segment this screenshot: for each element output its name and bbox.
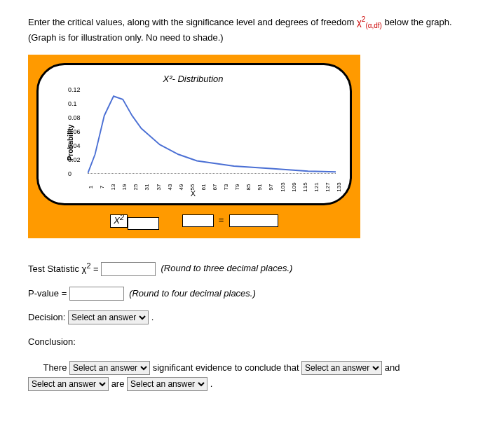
ts-label: Test Statistic χ2 =	[28, 264, 101, 274]
subject1-select[interactable]: Select an answer	[301, 361, 382, 375]
x-tick: 97	[268, 184, 274, 191]
x-tick: 49	[178, 184, 184, 191]
right-cv-box[interactable]	[229, 214, 278, 227]
y-tick: 0.04	[68, 142, 81, 149]
pvalue-input[interactable]	[69, 287, 124, 301]
graph-panel: X²- Distribution Probability 0.120.10.08…	[28, 55, 360, 238]
p-label: P-value =	[28, 288, 69, 299]
pvalue-row: P-value = (Round to four decimal places.…	[28, 287, 476, 301]
test-statistic-input[interactable]	[101, 262, 156, 276]
alpha-df-box[interactable]	[128, 217, 159, 230]
decision-row: Decision: Select an answer .	[28, 310, 476, 325]
x-tick: 43	[167, 184, 173, 191]
x-tick: 121	[313, 183, 320, 192]
x-tick: 13	[110, 184, 116, 191]
chart-area: Probability 0.120.10.080.060.040.020 171…	[67, 90, 339, 188]
x-tick: 19	[121, 184, 128, 191]
decision-label: Decision:	[28, 312, 68, 322]
prompt-before: Enter the critical values, along with th…	[28, 17, 357, 27]
chi-square-label: X2	[110, 214, 128, 228]
x-tick: 67	[212, 184, 218, 191]
y-tick: 0	[68, 170, 71, 177]
subject2-select[interactable]: Select an answer	[28, 377, 109, 391]
x-tick: 133	[336, 183, 342, 192]
x-tick: 55	[189, 184, 196, 191]
conclusion-label: Conclusion:	[28, 335, 476, 350]
chi-symbol: χ2(α,df)	[357, 17, 382, 27]
ts-note: (Round to three decimal places.)	[161, 264, 293, 274]
y-tick: 0.08	[68, 114, 81, 121]
plot-region	[88, 90, 336, 174]
y-tick: 0.1	[68, 100, 77, 107]
instruction-text: Enter the critical values, along with th…	[28, 14, 476, 44]
x-tick: 79	[234, 184, 240, 191]
x-tick: 37	[156, 184, 162, 191]
relation-select[interactable]: Select an answer	[127, 377, 207, 391]
x-tick: 61	[200, 184, 207, 191]
x-tick: 1	[88, 186, 94, 189]
x-tick: 127	[325, 183, 331, 192]
evidence-select[interactable]: Select an answer	[69, 361, 150, 375]
y-tick: 0.06	[68, 128, 81, 135]
x-tick: 85	[245, 184, 252, 191]
decision-select[interactable]: Select an answer	[68, 310, 149, 324]
cv-sub-input	[128, 219, 159, 227]
chart-title: X²- Distribution	[47, 74, 339, 84]
chart-box: X²- Distribution Probability 0.120.10.08…	[36, 63, 352, 205]
test-statistic-row: Test Statistic χ2 = (Round to three deci…	[28, 259, 476, 276]
x-tick: 91	[257, 184, 263, 191]
x-tick: 31	[144, 184, 150, 191]
conclusion-sentence: There Select an answer significant evide…	[28, 360, 476, 392]
chi-curve	[88, 90, 336, 174]
x-tick: 109	[291, 183, 297, 192]
x-tick: 25	[132, 184, 139, 191]
x-tick: 103	[280, 183, 286, 192]
y-tick: 0.12	[68, 86, 81, 93]
x-tick: 73	[223, 184, 229, 191]
p-note: (Round to four decimal places.)	[129, 288, 256, 299]
left-cv-box[interactable]	[182, 214, 214, 227]
x-tick: 7	[99, 186, 105, 189]
cv-fill-row: X2 =	[36, 212, 352, 230]
y-tick: 0.02	[68, 156, 81, 163]
x-tick: 115	[302, 183, 308, 192]
